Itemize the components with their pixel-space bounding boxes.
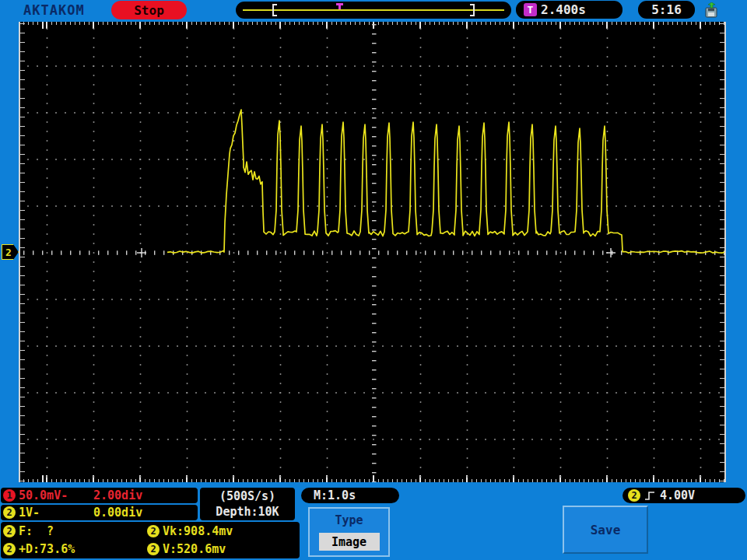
h-axis-tick (238, 250, 239, 255)
h-axis-tick (117, 250, 117, 255)
v-axis-tick (372, 80, 377, 81)
measurement-duty: 2 +D:73.6% (1, 542, 145, 556)
h-axis-tick (490, 250, 491, 255)
h-axis-tick (602, 250, 603, 255)
sample-rate: (500S/s) (219, 488, 275, 504)
v-axis-tick (372, 276, 377, 277)
h-axis-tick (303, 250, 304, 255)
trigger-position-marker-icon (336, 3, 343, 5)
h-axis-tick (98, 250, 99, 255)
type-menu[interactable]: Type Image (308, 507, 390, 557)
h-axis-tick (397, 250, 398, 255)
v-axis-tick (372, 379, 377, 380)
h-axis-tick (285, 250, 286, 255)
h-axis-tick (23, 250, 24, 255)
v-axis-tick (372, 211, 377, 212)
h-axis-tick (462, 250, 463, 255)
v-axis-tick (372, 369, 377, 370)
stop-button[interactable]: Stop (111, 1, 187, 19)
waveform-canvas (20, 22, 724, 482)
h-axis-tick (79, 250, 80, 255)
h-axis-tick (453, 250, 454, 255)
h-axis-tick (331, 250, 332, 255)
v-axis-tick (372, 117, 377, 118)
v-axis-tick (372, 24, 377, 25)
trigger-t-icon: T (524, 3, 537, 16)
h-axis-tick (42, 250, 43, 255)
v-axis-tick (372, 295, 377, 296)
h-axis-tick (518, 250, 519, 255)
measurement-frequency: 2 F: ? (1, 524, 145, 538)
h-axis-tick (434, 250, 435, 255)
h-axis-tick (406, 250, 407, 255)
v-axis-tick (372, 332, 377, 333)
v-axis-tick (372, 61, 377, 62)
h-axis-tick (500, 250, 500, 255)
h-axis-tick (51, 250, 52, 255)
v-axis-tick (372, 164, 377, 165)
h-axis-tick (266, 250, 267, 255)
v-axis-tick (372, 388, 377, 389)
h-axis-tick (425, 250, 426, 255)
brand-logo: AKTAKOM (23, 2, 85, 18)
v-axis-tick (372, 416, 377, 417)
v-axis-tick (372, 145, 377, 146)
h-axis-tick (322, 250, 323, 255)
record-span-line (243, 9, 504, 11)
stop-label: Stop (134, 3, 164, 18)
h-axis-tick (472, 250, 472, 255)
v-axis-tick (372, 407, 377, 408)
v-axis-tick (372, 33, 377, 34)
h-axis-tick (509, 250, 510, 255)
v-axis-tick (372, 444, 377, 445)
h-axis-tick (378, 250, 379, 255)
h-axis-tick (33, 250, 33, 255)
ch1-scale: 50.0mV- (19, 488, 90, 502)
h-axis-tick (388, 250, 388, 255)
timebase-readout: M:1.0s (301, 488, 399, 503)
v-axis-tick (372, 257, 377, 258)
acquisition-readout: (500S/s) Depth:10K (200, 488, 295, 520)
v-axis-tick (372, 472, 377, 473)
trigger-source-badge: 2 (628, 489, 640, 502)
grid-dots (27, 28, 720, 478)
measurement-vk: 2 Vk:908.4mv (145, 524, 300, 538)
ch1-badge: 1 (3, 489, 16, 502)
h-axis-tick (341, 250, 342, 255)
v-axis-tick (372, 323, 377, 324)
save-button[interactable]: Save (563, 506, 648, 554)
v-axis-tick (372, 304, 377, 305)
h-axis-tick (359, 250, 360, 255)
type-menu-selected-image[interactable]: Image (319, 533, 380, 551)
h-axis-tick (135, 250, 136, 255)
trigger-level-value: 4.00V (660, 488, 695, 502)
v-axis-tick (372, 89, 377, 90)
clock-readout: 5:16 (638, 1, 695, 19)
ch2-badge: 2 (3, 506, 16, 519)
save-button-label: Save (591, 523, 621, 537)
ch2-ground-marker[interactable]: 2 (2, 244, 19, 260)
h-axis-tick (369, 250, 370, 255)
ch1-readout: 1 50.0mV- 2.00div (1, 488, 198, 503)
h-axis-tick (154, 250, 155, 255)
ch2-scale: 1V- (19, 506, 90, 520)
meas-value: +D:73.6% (19, 542, 75, 556)
h-axis-tick (546, 250, 547, 255)
clock-value: 5:16 (651, 2, 682, 17)
v-axis-tick (372, 341, 377, 342)
h-axis-tick (126, 250, 127, 255)
measurement-v: 2 V:520.6mv (145, 542, 300, 556)
trigger-position-bar[interactable] (236, 2, 511, 19)
v-axis-tick (372, 435, 377, 436)
trigger-time-value: 2.400s (541, 2, 586, 17)
window-right-bracket-icon (470, 4, 475, 16)
meas-ch-badge: 2 (147, 543, 160, 555)
h-axis-tick (481, 250, 482, 255)
v-axis-tick (372, 425, 377, 426)
h-axis-tick (61, 250, 61, 255)
trigger-time-readout: T 2.400s (516, 1, 622, 19)
trigger-level-readout: 2 4.00V (622, 488, 745, 503)
h-axis-tick (584, 250, 584, 255)
v-axis-tick (372, 43, 377, 44)
measurements-panel: 2 F: ? 2 Vk:908.4mv 2 +D:73.6% 2 V:520.6… (1, 522, 300, 558)
